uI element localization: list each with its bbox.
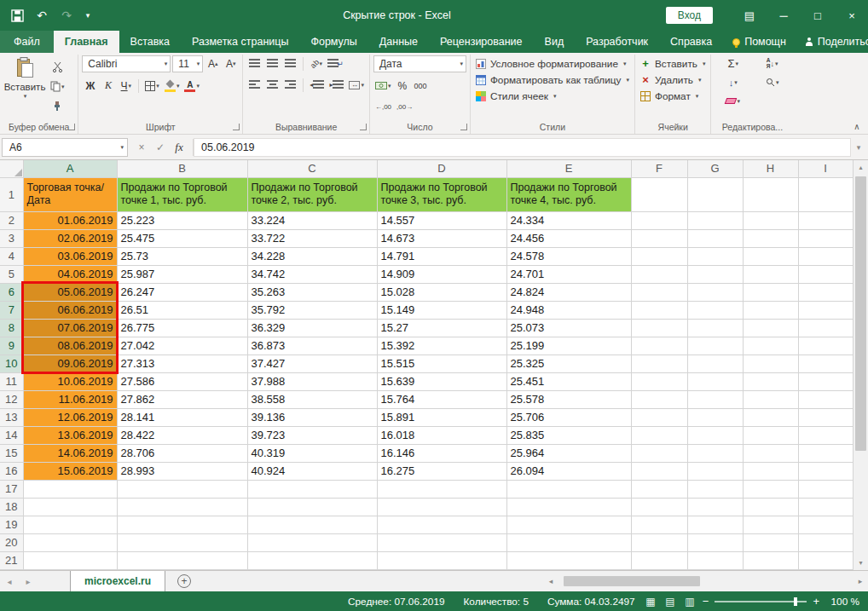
view-normal-icon[interactable]: ▦ xyxy=(644,596,657,608)
cell-a5[interactable]: 04.06.2019 xyxy=(23,265,117,283)
close-button[interactable]: × xyxy=(839,4,865,26)
column-header-c[interactable]: C xyxy=(247,160,377,177)
tab-page-layout[interactable]: Разметка страницы xyxy=(181,31,299,53)
decrease-decimal-button[interactable]: ,00→ xyxy=(395,99,414,115)
format-as-table-button[interactable]: Форматировать как таблицу▾ xyxy=(474,72,631,88)
cell-d3[interactable]: 14.673 xyxy=(377,229,506,247)
row-header-13[interactable]: 13 xyxy=(0,408,23,426)
enter-icon[interactable]: ✓ xyxy=(152,139,169,156)
column-header-a[interactable]: A xyxy=(23,160,117,177)
merge-center-button[interactable]: ↔▾ xyxy=(347,77,366,93)
tab-data[interactable]: Данные xyxy=(368,31,429,53)
empty-cell[interactable] xyxy=(631,408,687,426)
empty-cell[interactable] xyxy=(506,480,631,498)
empty-cell[interactable] xyxy=(798,177,853,211)
cell-e14[interactable]: 25.835 xyxy=(506,426,631,444)
cell-c1[interactable]: Продажи по Торговой точке 2, тыс. руб. xyxy=(247,177,377,211)
column-header-b[interactable]: B xyxy=(117,160,247,177)
empty-cell[interactable] xyxy=(798,372,853,390)
underline-button[interactable]: Ч▾ xyxy=(118,78,134,94)
zoom-in-icon[interactable]: + xyxy=(813,595,819,608)
cell-d13[interactable]: 15.891 xyxy=(377,408,506,426)
cell-e8[interactable]: 25.073 xyxy=(506,319,631,337)
empty-cell[interactable] xyxy=(798,319,853,337)
font-size-select[interactable]: 11▾ xyxy=(172,55,203,72)
row-header-11[interactable]: 11 xyxy=(0,372,23,390)
cell-e9[interactable]: 25.199 xyxy=(506,337,631,354)
cell-c12[interactable]: 38.558 xyxy=(247,390,377,408)
empty-cell[interactable] xyxy=(687,319,743,337)
cell-a9[interactable]: 08.06.2019 xyxy=(23,337,117,354)
empty-cell[interactable] xyxy=(247,480,377,498)
cell-c13[interactable]: 39.136 xyxy=(247,408,377,426)
increase-decimal-button[interactable]: ←,00 xyxy=(373,99,393,115)
empty-cell[interactable] xyxy=(377,498,506,516)
empty-cell[interactable] xyxy=(687,551,743,569)
cell-d14[interactable]: 16.018 xyxy=(377,426,506,444)
row-header-3[interactable]: 3 xyxy=(0,229,23,247)
cell-e10[interactable]: 25.325 xyxy=(506,354,631,372)
font-family-select[interactable]: Calibri▾ xyxy=(82,55,171,72)
empty-cell[interactable] xyxy=(631,480,687,498)
cell-b9[interactable]: 27.042 xyxy=(117,337,247,354)
cell-c11[interactable]: 37.988 xyxy=(247,372,377,390)
name-box[interactable]: A6 ▾ xyxy=(2,138,128,157)
cell-b6[interactable]: 26.247 xyxy=(117,283,247,301)
cell-d8[interactable]: 15.27 xyxy=(377,319,506,337)
cell-a10[interactable]: 09.06.2019 xyxy=(23,354,117,372)
empty-cell[interactable] xyxy=(631,462,687,480)
empty-cell[interactable] xyxy=(631,551,687,569)
column-header-g[interactable]: G xyxy=(687,160,743,177)
row-header-18[interactable]: 18 xyxy=(0,498,23,516)
align-right-button[interactable] xyxy=(282,77,298,93)
empty-cell[interactable] xyxy=(631,372,687,390)
qat-customize-icon[interactable]: ▾ xyxy=(83,7,93,24)
alignment-dialog-launcher-icon[interactable] xyxy=(360,124,367,130)
empty-cell[interactable] xyxy=(743,301,798,319)
empty-cell[interactable] xyxy=(798,301,853,319)
empty-cell[interactable] xyxy=(798,498,853,516)
cell-e15[interactable]: 25.964 xyxy=(506,444,631,462)
maximize-button[interactable]: □ xyxy=(805,4,830,26)
copy-icon[interactable]: ▾ xyxy=(49,78,67,95)
empty-cell[interactable] xyxy=(631,533,687,551)
empty-cell[interactable] xyxy=(798,337,853,354)
formula-input[interactable]: 05.06.2019 xyxy=(194,138,851,157)
row-header-6[interactable]: 6 xyxy=(0,283,23,301)
empty-cell[interactable] xyxy=(743,533,798,551)
sign-in-button[interactable]: Вход xyxy=(666,7,713,24)
empty-cell[interactable] xyxy=(687,229,743,247)
paste-button[interactable]: Вставить ▾ xyxy=(3,55,46,100)
empty-cell[interactable] xyxy=(743,265,798,283)
empty-cell[interactable] xyxy=(117,516,247,533)
cell-b14[interactable]: 28.422 xyxy=(117,426,247,444)
empty-cell[interactable] xyxy=(687,516,743,533)
scroll-up-icon[interactable]: ▴ xyxy=(854,160,868,175)
empty-cell[interactable] xyxy=(506,498,631,516)
cell-a12[interactable]: 11.06.2019 xyxy=(23,390,117,408)
empty-cell[interactable] xyxy=(631,426,687,444)
cell-c15[interactable]: 40.319 xyxy=(247,444,377,462)
empty-cell[interactable] xyxy=(631,229,687,247)
cell-e12[interactable]: 25.578 xyxy=(506,390,631,408)
tell-me-button[interactable]: Помощн xyxy=(723,31,796,53)
zoom-slider[interactable] xyxy=(715,601,807,602)
cell-a4[interactable]: 03.06.2019 xyxy=(23,247,117,265)
cell-d12[interactable]: 15.764 xyxy=(377,390,506,408)
cell-e16[interactable]: 26.094 xyxy=(506,462,631,480)
cell-c7[interactable]: 35.792 xyxy=(247,301,377,319)
empty-cell[interactable] xyxy=(247,533,377,551)
tab-view[interactable]: Вид xyxy=(534,31,576,53)
italic-button[interactable]: К xyxy=(100,78,116,94)
row-header-1[interactable]: 1 xyxy=(0,177,23,211)
empty-cell[interactable] xyxy=(798,265,853,283)
empty-cell[interactable] xyxy=(798,551,853,569)
empty-cell[interactable] xyxy=(743,337,798,354)
cell-b7[interactable]: 26.51 xyxy=(117,301,247,319)
cell-e6[interactable]: 24.824 xyxy=(506,283,631,301)
align-center-button[interactable] xyxy=(264,77,281,93)
shrink-font-button[interactable]: А▾ xyxy=(223,56,239,72)
empty-cell[interactable] xyxy=(506,533,631,551)
empty-cell[interactable] xyxy=(743,426,798,444)
cell-e2[interactable]: 24.334 xyxy=(506,211,631,229)
